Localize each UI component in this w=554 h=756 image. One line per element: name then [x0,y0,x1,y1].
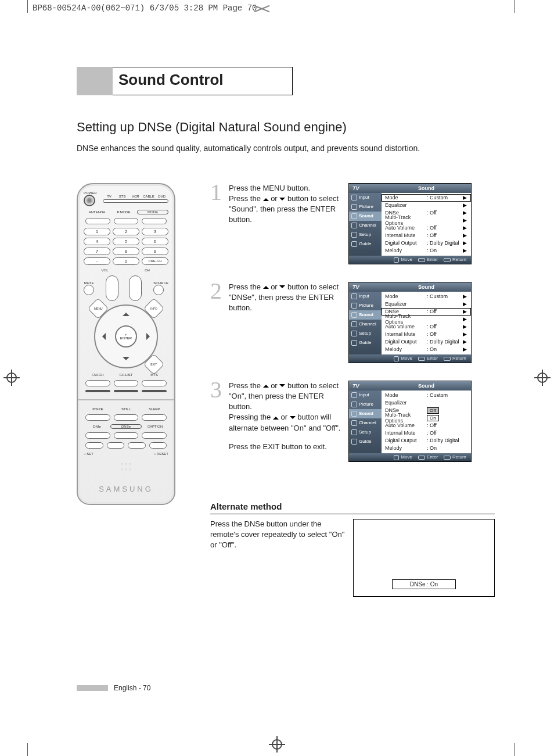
step-number: 3 [210,381,225,399]
step-3: 3 Press the or button to select "On", th… [210,381,495,462]
power-button [84,195,95,206]
chapter-title-bar: Sound Control [77,67,477,95]
trim-guide [514,0,515,13]
section-lead: DNSe enhances the sound quality, automat… [77,143,477,154]
up-arrow-icon [273,414,279,420]
registration-mark-bottom [269,736,285,753]
footer-grey-block [77,685,108,691]
vol-rocker [106,275,118,301]
up-arrow-icon [263,283,269,289]
trim-guide [27,0,28,13]
source-button [153,285,164,295]
osd-side-tabs: Input Picture Sound Channel Setup Guide [349,193,382,256]
alternate-method-text: Press the DNSe button under the remote's… [210,519,345,551]
keypad: 1 2 3 4 5 6 7 8 9 - 0 PRE-CH [84,228,168,265]
step-text: Press the or button to select "On", then… [229,381,345,452]
down-arrow-icon [290,416,296,422]
dpad: MENU INFO EXIT ↵ ENTER [94,304,158,368]
brand-logo: SAMSUNG [84,485,168,493]
step-number: 1 [210,183,225,202]
page-number: English - 70 [114,684,150,692]
step-2: 2 Press the or button to select "DNSe", … [210,282,495,363]
down-arrow-icon [279,198,285,203]
up-arrow-icon [263,382,269,388]
step-1: 1 Press the MENU button. Press the or bu… [210,183,495,264]
step-text: Press the MENU button. Press the or butt… [229,183,345,225]
chapter-title: Sound Control [113,67,293,95]
power-label: POWER [84,191,97,195]
enter-button: ↵ ENTER [115,325,137,347]
ch-rocker [129,275,142,301]
registration-mark-right [534,370,551,386]
registration-mark-left [3,370,20,386]
mode-indicator-strip [103,199,168,203]
trim-guide [27,743,28,756]
page-footer: English - 70 [77,684,150,692]
title-grey-block [77,67,113,95]
osd-simple-panel: DNSe : On [353,519,495,597]
trim-guide [514,743,515,756]
down-arrow-icon [279,285,285,291]
dnse-status-chip: DNSe : On [392,579,456,589]
print-fold-mark [256,5,268,15]
print-job-header: BP68-00524A-00(062~071) 6/3/05 3:28 PM P… [33,3,257,13]
down-arrow-icon [279,384,285,390]
osd-panel-2: TVSound Input Picture Sound Channel Setu… [348,282,472,363]
step-text: Press the or button to select "DNSe", th… [229,282,345,314]
up-arrow-icon [263,195,269,201]
alternate-method-heading: Alternate method [210,501,495,514]
remote-control-illustration: POWER TV STB VCR CABLE DVD [77,183,175,505]
step-number: 2 [210,282,225,300]
osd-list: Mode: Custom▶ Equalizer▶ DNSe: Off▶ Mult… [382,193,471,256]
osd-panel-1: TVSound Input Picture Sound Channel Setu… [348,183,472,264]
osd-panel-3: TVSound Input Picture Sound Channel Setu… [348,381,472,462]
section-subtitle: Setting up DNSe (Digital Natural Sound e… [77,120,477,135]
mute-button [84,285,94,295]
